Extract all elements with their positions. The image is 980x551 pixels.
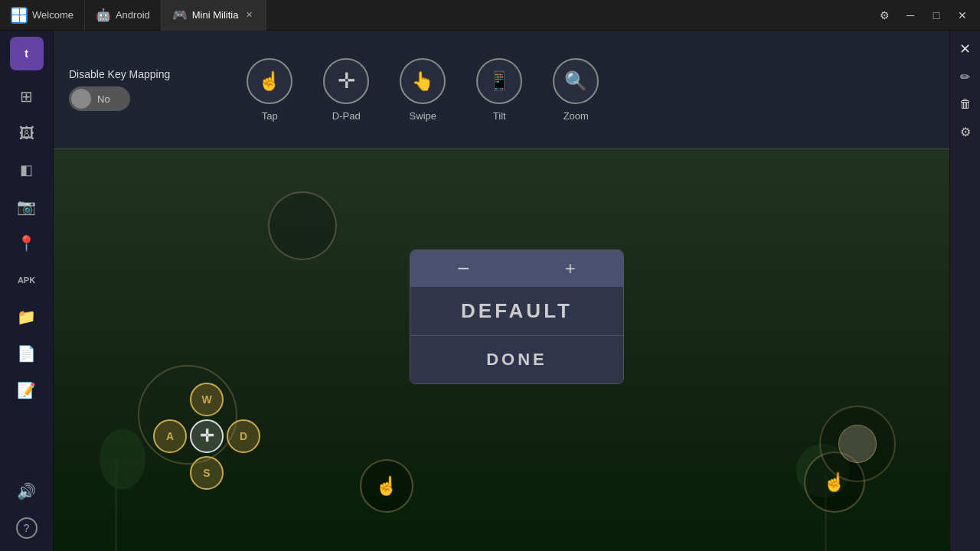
camera-icon: 📷 <box>17 197 36 216</box>
disable-key-toggle[interactable]: No <box>69 86 130 111</box>
sidebar-item-folder[interactable]: 📁 <box>10 300 44 334</box>
main-layout: t ⊞ 🖼 ◧ 📷 📍 APK 📁 📄 📝 🔊 <box>0 31 980 551</box>
zoom-icon: 🔍 <box>553 58 599 104</box>
tool-swipe[interactable]: 👆 Swipe <box>400 58 446 122</box>
profile-dialog: − + DEFAULT DONE <box>410 249 624 384</box>
plus-button[interactable]: + <box>518 250 624 287</box>
window-controls: ⚙ ─ □ ✕ <box>873 4 980 27</box>
sidebar-item-location[interactable]: 📍 <box>10 227 44 260</box>
action-btn-bottom-left[interactable]: ☝ <box>360 459 413 513</box>
edit-btn[interactable]: ✏ <box>953 64 978 89</box>
dialog-controls-row: − + <box>410 250 623 287</box>
sidebar-item-help[interactable]: ? <box>10 511 44 545</box>
android-tab-icon: 🤖 <box>96 8 111 22</box>
notes-icon: 📝 <box>17 381 36 399</box>
mapping-tools: ☝ Tap ✛ D-Pad 👆 Swipe 📱 Tilt 🔍 Zoom <box>247 58 599 122</box>
location-icon: 📍 <box>17 234 36 253</box>
settings-btn[interactable]: ⚙ <box>873 4 896 27</box>
titlebar: Welcome 🤖 Android 🎮 Mini Militia ✕ ⚙ ─ □… <box>0 0 980 31</box>
sidebar-item-apk[interactable]: APK <box>10 263 44 297</box>
sidebar-item-audio[interactable]: 🔊 <box>10 474 44 508</box>
screenshots-icon: 🖼 <box>19 125 34 142</box>
folder-icon: 📁 <box>17 308 36 326</box>
dpad-label: D-Pad <box>332 110 361 122</box>
tool-tilt[interactable]: 📱 Tilt <box>476 58 522 122</box>
toggle-label: No <box>97 93 110 105</box>
home-icon: ⊞ <box>20 87 33 106</box>
sidebar-item-camera[interactable]: 📷 <box>10 190 44 223</box>
profile-name: DEFAULT <box>410 287 623 336</box>
logo-text: t <box>24 47 28 60</box>
layers-icon: ◧ <box>20 161 33 178</box>
mini-militia-tab-icon: 🎮 <box>172 8 188 22</box>
disable-key-label: Disable Key Mapping <box>69 68 170 80</box>
apk-icon: APK <box>18 276 35 285</box>
minimize-btn[interactable]: ─ <box>899 4 922 27</box>
tool-zoom[interactable]: 🔍 Zoom <box>553 58 599 122</box>
help-icon: ? <box>16 517 38 539</box>
wasd-container: W A ✛ D S <box>153 383 260 490</box>
audio-icon: 🔊 <box>17 482 36 500</box>
sidebar-bottom: 🔊 ? <box>10 474 44 545</box>
dpad-ring <box>138 365 237 465</box>
close-key-mapping-btn[interactable]: ✕ <box>953 37 978 61</box>
right-joystick-inner <box>838 425 877 463</box>
minus-button[interactable]: − <box>410 250 518 287</box>
tilt-icon: 📱 <box>476 58 522 104</box>
tab-mini-militia-label: Mini Militia <box>192 9 239 21</box>
swipe-label: Swipe <box>410 110 436 122</box>
sidebar-item-notes[interactable]: 📝 <box>10 373 44 407</box>
close-window-btn[interactable]: ✕ <box>951 4 974 27</box>
sidebar-item-layers[interactable]: ◧ <box>10 153 44 187</box>
tab-android[interactable]: 🤖 Android <box>85 0 162 31</box>
right-joystick[interactable] <box>819 406 896 482</box>
maximize-btn[interactable]: □ <box>925 4 948 27</box>
sidebar-item-screenshots[interactable]: 🖼 <box>10 116 44 150</box>
list-icon: 📄 <box>17 344 36 363</box>
sidebar: t ⊞ 🖼 ◧ 📷 📍 APK 📁 📄 📝 🔊 <box>0 31 54 551</box>
delete-btn[interactable]: 🗑 <box>953 92 978 116</box>
right-toolbar: ✕ ✏ 🗑 ⚙ <box>949 31 980 551</box>
sidebar-item-list[interactable]: 📄 <box>10 337 44 370</box>
tap-icon: ☝ <box>247 58 292 104</box>
tab-welcome-label: Welcome <box>32 9 74 21</box>
wasd-empty-br <box>227 456 260 490</box>
zoom-label: Zoom <box>564 110 589 122</box>
tab-close-button[interactable]: ✕ <box>243 9 255 21</box>
tool-tap[interactable]: ☝ Tap <box>247 58 292 122</box>
sidebar-item-home[interactable]: ⊞ <box>10 80 44 113</box>
action-btn-left-icon: ☝ <box>375 475 398 497</box>
toggle-knob <box>71 89 91 109</box>
tab-welcome[interactable]: Welcome <box>0 0 85 31</box>
content-area: Disable Key Mapping No ☝ Tap ✛ D-Pad 👆 S <box>54 31 980 551</box>
tool-dpad[interactable]: ✛ D-Pad <box>323 58 369 122</box>
tap-label: Tap <box>262 110 278 122</box>
sidebar-logo[interactable]: t <box>10 37 44 70</box>
swipe-icon: 👆 <box>400 58 446 104</box>
tab-android-label: Android <box>116 9 150 21</box>
tab-mini-militia[interactable]: 🎮 Mini Militia ✕ <box>162 0 267 31</box>
tilt-label: Tilt <box>493 110 506 122</box>
done-button[interactable]: DONE <box>410 336 623 383</box>
disable-key-section: Disable Key Mapping No <box>69 68 170 111</box>
key-mapping-bar: Disable Key Mapping No ☝ Tap ✛ D-Pad 👆 S <box>54 31 949 149</box>
dpad-icon: ✛ <box>323 58 369 104</box>
left-game-circle[interactable] <box>268 191 337 260</box>
welcome-icon <box>11 7 28 24</box>
settings-right-btn[interactable]: ⚙ <box>953 119 978 144</box>
